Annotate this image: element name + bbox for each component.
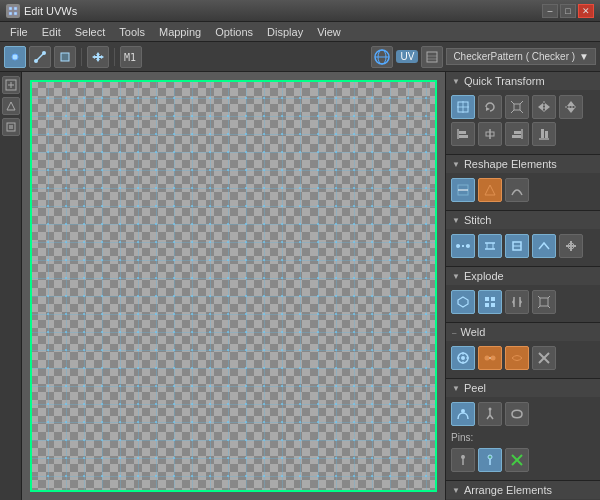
reshape-elements-header[interactable]: ▼ Reshape Elements [446,155,600,173]
svg-rect-47 [541,129,544,138]
channel-button[interactable] [421,46,443,68]
pin-btn-3[interactable] [505,448,529,472]
left-tool-2[interactable] [2,97,20,115]
weld-target-btn[interactable] [451,346,475,370]
menu-select[interactable]: Select [69,24,112,40]
vertex-mode-button[interactable] [4,46,26,68]
svg-text:М1: М1 [124,52,136,63]
explode-btn-4[interactable] [532,290,556,314]
svg-line-76 [538,306,540,308]
explode-title: Explode [464,270,504,282]
window-title: Edit UVWs [24,5,77,17]
svg-marker-26 [486,107,490,111]
stitch-btn-1[interactable] [451,234,475,258]
svg-rect-2 [9,12,12,15]
left-tool-3[interactable] [2,118,20,136]
explode-btn-1[interactable] [451,290,475,314]
face-mode-button[interactable] [54,46,76,68]
svg-point-54 [466,244,470,248]
quick-transform-arrow: ▼ [452,77,460,86]
edge-mode-button[interactable] [29,46,51,68]
svg-point-53 [456,244,460,248]
peel-btn-2[interactable] [478,402,502,426]
toolbar: М1 UV CheckerPattern ( Checker ) ▼ [0,42,600,72]
qt-move-btn[interactable] [451,95,475,119]
weld-header[interactable]: – Weld [446,323,600,341]
explode-btn-2[interactable] [478,290,502,314]
stitch-section: ▼ Stitch [446,211,600,267]
svg-rect-39 [459,131,466,134]
svg-rect-40 [459,135,468,138]
svg-marker-20 [7,102,15,110]
stitch-title: Stitch [464,214,492,226]
re-flatten-btn[interactable] [451,178,475,202]
left-tool-1[interactable] [2,76,20,94]
quick-transform-title: Quick Transform [464,75,545,87]
menu-file[interactable]: File [4,24,34,40]
stitch-btn-4[interactable] [532,234,556,258]
svg-line-29 [520,101,523,104]
minimize-button[interactable]: – [542,4,558,18]
qt-align-bottom-btn[interactable] [532,122,556,146]
qt-rotate-btn[interactable] [478,95,502,119]
pin-btn-1[interactable] [451,448,475,472]
menu-tools[interactable]: Tools [113,24,151,40]
stitch-header[interactable]: ▼ Stitch [446,211,600,229]
quick-transform-header[interactable]: ▼ Quick Transform [446,72,600,90]
svg-rect-66 [491,297,495,301]
peel-section: ▼ Peel [446,379,600,481]
stitch-btn-3[interactable] [505,234,529,258]
close-button[interactable]: ✕ [578,4,594,18]
svg-marker-37 [567,108,575,113]
svg-point-94 [488,455,492,459]
qt-align-right-btn[interactable] [505,122,529,146]
svg-line-31 [520,110,523,113]
checker-label: CheckerPattern ( Checker ) [453,51,575,62]
checker-dropdown[interactable]: CheckerPattern ( Checker ) ▼ [446,48,596,65]
explode-body [446,285,600,322]
qt-distribute-btn[interactable] [478,122,502,146]
qt-scale-btn[interactable] [505,95,529,119]
toolbar-sep-1 [81,48,82,66]
svg-line-74 [538,296,540,298]
weld-selected-btn[interactable] [478,346,502,370]
svg-point-4 [12,54,18,60]
menu-mapping[interactable]: Mapping [153,24,207,40]
stitch-btn-2[interactable] [478,234,502,258]
svg-rect-8 [61,53,69,61]
explode-btn-3[interactable] [505,290,529,314]
svg-rect-27 [514,104,520,110]
menu-display[interactable]: Display [261,24,309,40]
weld-btn-3[interactable] [505,346,529,370]
re-relax-btn[interactable] [478,178,502,202]
qt-mirror-v-btn[interactable] [559,95,583,119]
menu-view[interactable]: View [311,24,347,40]
uv-label: UV [396,50,418,63]
pins-row [451,448,595,472]
peel-btn-1[interactable] [451,402,475,426]
peel-body: Pins: [446,397,600,480]
stitch-btn-5[interactable] [559,234,583,258]
mirror-tool-button[interactable]: М1 [120,46,142,68]
uv-map-button[interactable] [371,46,393,68]
move-tool-button[interactable] [87,46,109,68]
svg-rect-65 [485,297,489,301]
weld-btn-4[interactable] [532,346,556,370]
arrange-elements-header[interactable]: ▼ Arrange Elements [446,481,600,499]
pin-btn-2[interactable] [478,448,502,472]
menu-options[interactable]: Options [209,24,259,40]
svg-point-92 [461,455,465,459]
main-content: ▼ Quick Transform [0,72,600,500]
explode-header[interactable]: ▼ Explode [446,267,600,285]
svg-rect-14 [427,52,437,62]
explode-row1 [451,290,595,314]
uv-viewport[interactable] [22,72,445,500]
maximize-button[interactable]: □ [560,4,576,18]
qt-align-left-btn[interactable] [451,122,475,146]
weld-section: – Weld [446,323,600,379]
re-straighten-btn[interactable] [505,178,529,202]
qt-mirror-h-btn[interactable] [532,95,556,119]
peel-header[interactable]: ▼ Peel [446,379,600,397]
menu-edit[interactable]: Edit [36,24,67,40]
peel-btn-3[interactable] [505,402,529,426]
